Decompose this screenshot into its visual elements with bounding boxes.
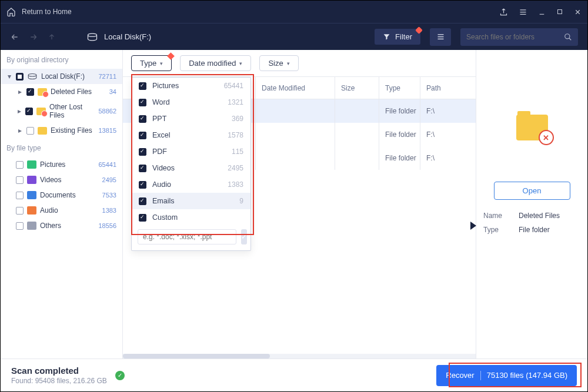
filetype-checkbox[interactable] [16, 176, 24, 184]
path-bar[interactable]: Local Disk(F:) [86, 32, 151, 41]
col-date-modified[interactable]: Date Modified [255, 77, 335, 99]
type-checkbox[interactable] [139, 165, 146, 172]
filetype-icon [27, 191, 36, 199]
filetype-icon [27, 222, 36, 230]
tree-checkbox[interactable] [16, 73, 24, 81]
scan-status-title: Scan completed [11, 366, 107, 376]
filetype-checkbox[interactable] [16, 222, 24, 230]
type-checkbox[interactable] [139, 181, 146, 189]
type-dropdown-item[interactable]: Pictures65441 [132, 78, 250, 94]
nav-up-icon [48, 33, 56, 41]
meta-name-value: Deleted Files [519, 212, 560, 220]
type-dropdown-item[interactable]: Custom [132, 209, 250, 226]
search-input[interactable] [466, 33, 558, 41]
filetype-item[interactable]: Audio1383 [1, 203, 122, 218]
panel-collapse-icon[interactable] [470, 222, 476, 230]
filter-type-badge-icon [167, 52, 175, 60]
filter-size-button[interactable]: Size▾ [259, 55, 298, 71]
titlebar: Return to Home [1, 1, 587, 23]
sidebar: By original directory ▾Local Disk(F:)727… [1, 50, 123, 359]
filter-badge-icon [415, 26, 423, 34]
filetype-item[interactable]: Documents7533 [1, 187, 122, 203]
type-checkbox[interactable] [139, 197, 146, 205]
view-toggle-button[interactable] [430, 28, 451, 46]
home-icon[interactable] [6, 7, 22, 16]
type-checkbox[interactable] [139, 82, 146, 90]
filetype-item[interactable]: Others18556 [1, 218, 122, 233]
type-checkbox[interactable] [139, 115, 146, 123]
minimize-icon[interactable] [538, 8, 546, 16]
filetype-item[interactable]: Pictures65441 [1, 157, 122, 172]
filetype-icon [27, 176, 36, 184]
file-list-area: Type▾ Date modified▾ Size▾ Date Modified… [123, 50, 476, 359]
type-dropdown-item[interactable]: Emails9 [132, 193, 250, 209]
scan-complete-icon: ✓ [115, 371, 125, 380]
type-dropdown: Pictures65441Word1321PPT369Excel1578PDF1… [131, 77, 251, 251]
open-button[interactable]: Open [494, 182, 570, 200]
col-size[interactable]: Size [335, 77, 379, 99]
filetype-checkbox[interactable] [16, 192, 24, 199]
svg-point-2 [565, 33, 570, 38]
meta-type-value: File folder [519, 226, 550, 234]
col-path[interactable]: Path [420, 77, 476, 99]
type-checkbox[interactable] [139, 148, 146, 156]
scan-status-sub: Found: 95408 files, 216.26 GB [11, 377, 107, 385]
filetype-checkbox[interactable] [16, 161, 24, 169]
footer: Scan completed Found: 95408 files, 216.2… [1, 359, 587, 391]
path-label: Local Disk(F:) [104, 32, 151, 41]
horizontal-scrollbar[interactable] [123, 354, 476, 359]
filetype-icon [27, 206, 36, 215]
filter-button[interactable]: Filter [375, 29, 420, 45]
tree-checkbox[interactable] [25, 108, 33, 115]
type-checkbox[interactable] [139, 214, 146, 222]
search-icon[interactable] [564, 33, 572, 41]
filter-date-button[interactable]: Date modified▾ [180, 55, 251, 71]
deleted-folder-icon [516, 115, 548, 140]
search-box[interactable] [460, 28, 578, 46]
tree-item[interactable]: ▸Other Lost Files58862 [1, 99, 122, 123]
tree-item[interactable]: ▾Local Disk(F:)72711 [1, 69, 122, 84]
toolbar: Local Disk(F:) Filter [1, 23, 587, 50]
type-dropdown-item[interactable]: PPT369 [132, 110, 250, 127]
filetype-checkbox[interactable] [16, 207, 24, 215]
type-dropdown-item[interactable]: Word1321 [132, 94, 250, 110]
custom-type-input[interactable] [138, 229, 236, 244]
col-type[interactable]: Type [379, 77, 420, 99]
sidebar-heading-directory: By original directory [1, 50, 122, 69]
custom-type-confirm-button[interactable]: ✓ [241, 229, 247, 244]
close-icon[interactable] [574, 8, 582, 16]
type-checkbox[interactable] [139, 132, 146, 139]
nav-forward-icon [29, 32, 38, 42]
menu-icon[interactable] [519, 8, 527, 16]
maximize-icon[interactable] [556, 8, 563, 15]
type-dropdown-item[interactable]: PDF115 [132, 143, 250, 160]
filter-type-button[interactable]: Type▾ [131, 55, 172, 71]
filetype-icon [27, 160, 36, 169]
tree-checkbox[interactable] [26, 88, 34, 96]
recover-button[interactable]: Recover 75130 files (147.94 GB) [436, 365, 577, 386]
recover-info: 75130 files (147.94 GB) [487, 371, 567, 380]
tree-checkbox[interactable] [26, 127, 34, 135]
tree-item[interactable]: ▸Deleted Files34 [1, 84, 122, 99]
type-checkbox[interactable] [139, 99, 146, 106]
svg-rect-0 [558, 10, 562, 14]
filter-bar: Type▾ Date modified▾ Size▾ [123, 50, 476, 77]
type-dropdown-item[interactable]: Excel1578 [132, 127, 250, 143]
tree-item[interactable]: ▸Existing Files13815 [1, 123, 122, 138]
sidebar-heading-filetype: By file type [1, 138, 122, 157]
export-icon[interactable] [499, 8, 508, 16]
svg-point-1 [88, 33, 97, 36]
type-dropdown-item[interactable]: Audio1383 [132, 176, 250, 193]
type-dropdown-item[interactable]: Videos2495 [132, 160, 250, 176]
preview-panel: Open NameDeleted Files TypeFile folder [476, 50, 587, 359]
svg-point-3 [28, 74, 36, 77]
return-home-link[interactable]: Return to Home [22, 8, 72, 16]
filetype-item[interactable]: Videos2495 [1, 172, 122, 187]
nav-back-icon[interactable] [10, 32, 19, 42]
